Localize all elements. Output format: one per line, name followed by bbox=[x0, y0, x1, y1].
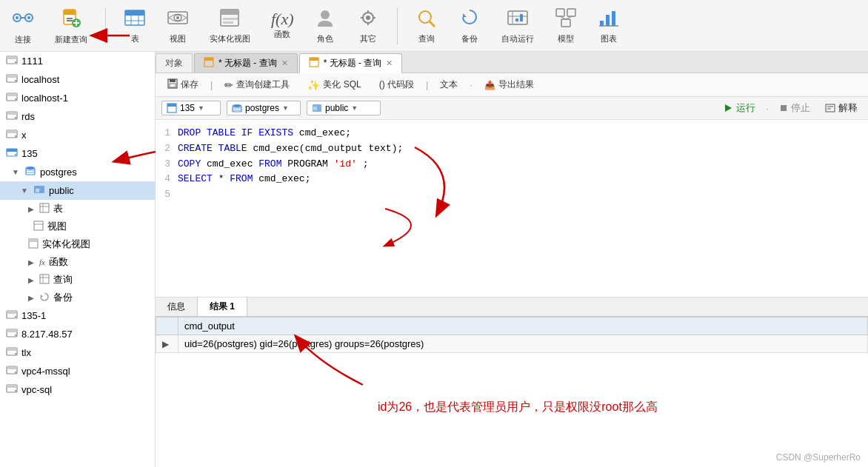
toolbar-query[interactable]: 查询 bbox=[410, 4, 444, 47]
sidebar-item-postgres[interactable]: ▼ postgres bbox=[0, 163, 155, 181]
stop-button[interactable]: 停止 bbox=[775, 100, 815, 116]
query-tab-1[interactable]: * 无标题 - 查询 ✕ bbox=[194, 53, 298, 73]
sidebar-item-tlx[interactable]: tlx bbox=[0, 343, 155, 362]
new-query-label: 新建查询 bbox=[55, 34, 87, 45]
toolbar-model[interactable]: 模型 bbox=[549, 4, 583, 47]
result-col-cmd-output: cmd_output bbox=[178, 318, 868, 335]
sidebar-item-135-1[interactable]: 135-1 bbox=[0, 306, 155, 325]
result-tabs-bar: 信息 结果 1 bbox=[156, 298, 868, 317]
svg-point-62 bbox=[15, 135, 16, 137]
svg-rect-96 bbox=[7, 385, 17, 388]
toolbar-autorun[interactable]: 自动运行 bbox=[495, 4, 540, 47]
stop-label: 停止 bbox=[791, 101, 810, 115]
toolbar-view[interactable]: 视图 bbox=[161, 4, 195, 47]
sidebar-item-backup[interactable]: ▶ 备份 bbox=[0, 289, 155, 306]
toolbar-new-query[interactable]: 新建查询 bbox=[49, 4, 93, 48]
svg-point-56 bbox=[15, 98, 16, 100]
sidebar: 1111 localhost localhost-1 rds bbox=[0, 52, 156, 467]
model-label: 模型 bbox=[558, 33, 574, 44]
svg-rect-23 bbox=[223, 21, 233, 24]
action-bar: 保存 | ✏ 查询创建工具 ✨ 美化 SQL () 代码段 | 文本 · 📤 导… bbox=[156, 73, 868, 97]
toolbar-backup[interactable]: 备份 bbox=[453, 4, 487, 47]
svg-rect-22 bbox=[223, 18, 238, 20]
sidebar-item-public[interactable]: ▼ ⊞ public bbox=[0, 181, 155, 200]
explain-label: 解释 bbox=[838, 101, 858, 115]
server-icon-1351 bbox=[6, 309, 18, 323]
sidebar-item-x[interactable]: x bbox=[0, 126, 155, 144]
schema-value: public bbox=[325, 103, 348, 113]
toolbar-role[interactable]: 角色 bbox=[308, 4, 342, 47]
query-tab-2[interactable]: * 无标题 - 查询 ✕ bbox=[299, 53, 403, 73]
toolbar-chart[interactable]: 图表 bbox=[592, 4, 626, 47]
export-result-button[interactable]: 📤 导出结果 bbox=[478, 76, 540, 93]
query-builder-button[interactable]: ✏ 查询创建工具 bbox=[218, 76, 296, 93]
svg-rect-78 bbox=[29, 239, 38, 242]
kw-from2: FROM bbox=[230, 173, 253, 184]
sidebar-item-vpc4[interactable]: vpc4-mssql bbox=[0, 362, 155, 380]
beautify-button[interactable]: ✨ 美化 SQL bbox=[301, 76, 367, 93]
save-button[interactable]: 保存 bbox=[161, 76, 204, 93]
run-button[interactable]: 运行 bbox=[718, 100, 760, 116]
sidebar-item-mat-views[interactable]: 实体化视图 bbox=[0, 235, 155, 253]
expand-arrow-queries: ▶ bbox=[28, 276, 34, 284]
toolbar-mat-view[interactable]: 实体化视图 bbox=[204, 4, 256, 47]
result-tab-info[interactable]: 信息 bbox=[156, 298, 198, 316]
beautify-icon: ✨ bbox=[307, 79, 320, 91]
table-label: 表 bbox=[131, 33, 139, 44]
svg-rect-75 bbox=[34, 221, 43, 230]
sidebar-item-vpcsql[interactable]: vpc-sql bbox=[0, 380, 155, 399]
sidebar-label-vpcsql: vpc-sql bbox=[21, 384, 52, 395]
sidebar-label-localhost: localhost bbox=[21, 74, 59, 85]
text-label: 文本 bbox=[440, 78, 458, 91]
sidebar-item-localhost1[interactable]: localhost-1 bbox=[0, 89, 155, 107]
mat-view-label: 实体化视图 bbox=[210, 33, 250, 44]
sidebar-item-rds[interactable]: rds bbox=[0, 107, 155, 126]
sidebar-item-localhost[interactable]: localhost bbox=[0, 70, 155, 89]
svg-point-26 bbox=[366, 16, 370, 20]
toolbar-connect[interactable]: 连接 bbox=[6, 4, 40, 48]
sidebar-item-135[interactable]: 135 bbox=[0, 144, 155, 163]
svg-rect-72 bbox=[40, 204, 49, 212]
text-button[interactable]: 文本 bbox=[434, 76, 464, 93]
mat-view-icon-sb bbox=[28, 238, 39, 251]
svg-point-91 bbox=[15, 353, 16, 355]
sidebar-item-8217[interactable]: 8.217.48.57 bbox=[0, 325, 155, 343]
toolbar-table[interactable]: 表 bbox=[118, 4, 152, 47]
toolbar-other[interactable]: 其它 bbox=[351, 4, 385, 47]
query-tab-2-label: * 无标题 - 查询 bbox=[324, 57, 382, 70]
sidebar-item-queries[interactable]: ▶ 查询 bbox=[0, 271, 155, 289]
sidebar-label-mat-views: 实体化视图 bbox=[42, 238, 90, 251]
database-selector[interactable]: postgres ▼ bbox=[227, 101, 301, 115]
sidebar-item-views[interactable]: 视图 bbox=[0, 218, 155, 235]
svg-text:⊞: ⊞ bbox=[313, 105, 317, 112]
code-snippet-button[interactable]: () 代码段 bbox=[373, 76, 420, 93]
sidebar-label-1111: 1111 bbox=[21, 56, 43, 67]
result-tab-result1[interactable]: 结果 1 bbox=[198, 298, 247, 316]
role-label: 角色 bbox=[317, 33, 333, 44]
database-icon bbox=[232, 103, 242, 113]
sidebar-item-tables[interactable]: ▶ 表 bbox=[0, 200, 155, 218]
role-icon bbox=[314, 7, 336, 32]
toolbar-function[interactable]: f(x) 函数 bbox=[265, 8, 299, 43]
sidebar-item-functions[interactable]: ▶ fx 函数 bbox=[0, 253, 155, 271]
backup-icon-sb bbox=[39, 292, 50, 304]
explain-button[interactable]: 解释 bbox=[821, 100, 862, 116]
sql-editor[interactable]: 1 DROP TABLE IF EXISTS cmd_exec; 2 CREAT… bbox=[156, 120, 868, 298]
query-tab-1-close[interactable]: ✕ bbox=[281, 58, 288, 68]
svg-point-19 bbox=[176, 16, 179, 19]
expand-arrow-postgres: ▼ bbox=[12, 168, 19, 176]
sidebar-label-backup: 备份 bbox=[53, 291, 73, 304]
svg-rect-37 bbox=[515, 19, 518, 21]
sidebar-item-1111[interactable]: 1111 bbox=[0, 52, 155, 70]
table-row: ▶ uid=26(postgres) gid=26(postgres) grou… bbox=[156, 335, 868, 353]
expand-arrow-func: ▶ bbox=[28, 258, 34, 266]
svg-point-67 bbox=[26, 167, 35, 169]
query-tab-2-close[interactable]: ✕ bbox=[386, 58, 393, 68]
run-icon bbox=[723, 103, 733, 113]
connection-selector[interactable]: 135 ▼ bbox=[161, 101, 221, 115]
sql-line-1: 1 DROP TABLE IF EXISTS cmd_exec; bbox=[156, 126, 868, 141]
schema-selector[interactable]: ⊞ public ▼ bbox=[307, 101, 381, 115]
server-icon-8217 bbox=[6, 327, 18, 341]
object-tab[interactable]: 对象 bbox=[156, 53, 193, 73]
toolbar: 连接 新建查询 表 bbox=[0, 0, 868, 52]
